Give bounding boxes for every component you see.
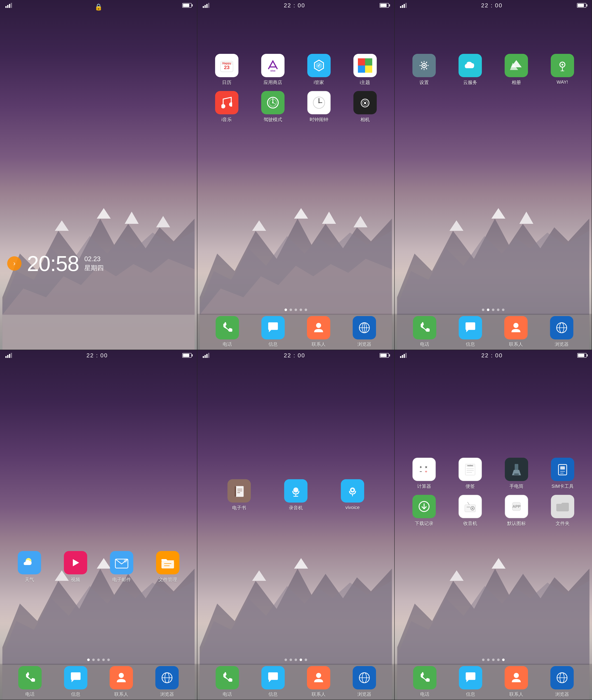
svg-point-130 <box>514 673 519 678</box>
page-dots <box>0 659 197 661</box>
app-map[interactable]: WAY! <box>540 54 585 86</box>
svg-point-125 <box>472 508 473 509</box>
app-music[interactable]: i音乐 <box>204 91 249 123</box>
svg-point-34 <box>272 102 274 103</box>
app-itheme[interactable]: i主题 <box>343 54 387 86</box>
status-time: 22 : 00 <box>284 2 305 9</box>
app-ebook[interactable]: 电子书 <box>212 479 266 511</box>
battery-icon <box>182 353 192 358</box>
app-camera[interactable]: 相机 <box>343 91 387 123</box>
svg-marker-69 <box>73 559 79 566</box>
svg-rect-123 <box>465 505 476 512</box>
svg-marker-5 <box>125 212 139 224</box>
app-radio[interactable]: 收音机 <box>448 495 493 527</box>
lock-time: 20:58 <box>27 253 79 274</box>
svg-marker-102 <box>492 558 505 568</box>
dock-contacts[interactable]: 联系人 <box>110 666 133 698</box>
unlock-arrow[interactable]: › <box>7 256 21 271</box>
svg-text:APP: APP <box>512 504 521 509</box>
dock-browser[interactable]: 浏览器 <box>155 666 179 698</box>
dock-contacts[interactable]: 联系人 <box>307 316 330 347</box>
app-gallery[interactable]: 相册 <box>494 54 538 86</box>
app-clock[interactable]: 时钟闹钟 <box>297 91 341 123</box>
status-bar: 22 : 00 <box>395 350 592 361</box>
svg-point-42 <box>316 323 321 328</box>
app-simtool[interactable]: SIM卡工具 <box>541 458 585 489</box>
svg-text:@: @ <box>124 559 128 562</box>
home-screen-5: 22 : 00 +×−÷ 计算器 notes 便签 手电筒 <box>395 350 592 700</box>
svg-marker-0 <box>2 219 194 349</box>
app-grid: +×−÷ 计算器 notes 便签 手电筒 SIM卡工具 <box>395 454 592 530</box>
app-imanager[interactable]: ✓ i管家 <box>297 54 341 86</box>
dock-contacts[interactable]: 联系人 <box>307 666 330 698</box>
svg-marker-4 <box>97 208 111 219</box>
app-weather[interactable]: 天气 <box>7 551 51 583</box>
dock-sms[interactable]: 信息 <box>64 666 87 698</box>
dock-browser[interactable]: 浏览器 <box>353 316 376 347</box>
svg-marker-14 <box>353 216 367 227</box>
battery-icon <box>380 3 389 8</box>
battery-icon <box>577 3 586 8</box>
dock-contacts[interactable]: 联系人 <box>505 666 528 698</box>
svg-marker-11 <box>252 220 266 231</box>
svg-rect-116 <box>514 473 519 475</box>
dock-sms[interactable]: 信息 <box>459 666 482 698</box>
app-vivoice[interactable]: vivoice <box>325 479 380 511</box>
app-flashlight[interactable]: 手电筒 <box>494 458 539 489</box>
app-download[interactable]: 下载记录 <box>402 495 446 527</box>
app-email[interactable]: @ 电子邮件 <box>99 551 144 583</box>
app-notes[interactable]: notes 便签 <box>448 458 493 489</box>
app-cloud[interactable]: 云服务 <box>448 54 492 86</box>
status-bar <box>0 0 197 11</box>
dock-sms[interactable]: 信息 <box>459 316 482 347</box>
app-folder[interactable]: 文件夹 <box>541 495 585 527</box>
app-defaulticon[interactable]: APP 默认图标 <box>494 495 539 527</box>
app-recorder[interactable]: 录音机 <box>268 479 323 511</box>
home-screen-3: 22 : 00 天气 视频 @ 电子邮件 文件 <box>0 350 197 700</box>
app-grid: Happy23 日历 vivo 应用商店 ✓ i管家 i主题 <box>197 50 394 126</box>
dock: 电话 信息 联系人 浏览器 <box>395 314 592 349</box>
dock-browser[interactable]: 浏览器 <box>353 666 376 698</box>
app-calendar[interactable]: Happy23 日历 <box>204 54 249 86</box>
app-video[interactable]: 视频 <box>53 551 98 583</box>
home-screen-2: 22 : 00 设置 云服务 相册 WAY! <box>395 0 592 350</box>
signal-icon <box>203 3 209 8</box>
dock-sms[interactable]: 信息 <box>261 316 285 347</box>
status-bar: 22 : 00 <box>197 350 394 361</box>
svg-rect-25 <box>365 58 372 65</box>
svg-marker-3 <box>55 220 69 231</box>
signal-icon <box>5 3 12 8</box>
svg-rect-7 <box>2 315 194 349</box>
dock-phone[interactable]: 电话 <box>18 666 42 698</box>
dock-phone[interactable]: 电话 <box>216 316 239 347</box>
dock-phone[interactable]: 电话 <box>413 316 436 347</box>
svg-line-127 <box>467 502 469 505</box>
home-screen-1: 22 : 00 Happy23 日历 vivo 应用商店 ✓ i管家 <box>197 0 395 350</box>
dock-phone[interactable]: 电话 <box>216 666 239 698</box>
page-dots <box>395 309 592 311</box>
status-time: 22 : 00 <box>87 352 108 359</box>
dock-browser[interactable]: 浏览器 <box>550 316 573 347</box>
app-settings[interactable]: 设置 <box>402 54 446 86</box>
app-grid: 电子书 录音机 vivoice <box>197 476 394 515</box>
app-drivemode[interactable]: 驾驶模式 <box>251 91 295 123</box>
status-left <box>5 3 12 8</box>
status-bar: 22 : 00 <box>197 0 394 11</box>
svg-text:vivo: vivo <box>270 69 275 72</box>
dock: 电话 信息 联系人 浏览器 <box>197 314 394 349</box>
lock-date: 02.23 星期四 <box>84 254 104 273</box>
app-filemanager[interactable]: 文件管理 <box>146 551 190 583</box>
svg-rect-72 <box>161 561 174 568</box>
dock-phone[interactable]: 电话 <box>413 666 437 698</box>
svg-marker-101 <box>450 570 464 580</box>
dock-contacts[interactable]: 联系人 <box>504 316 528 347</box>
dock-sms[interactable]: 信息 <box>261 666 285 698</box>
svg-marker-50 <box>491 208 505 219</box>
svg-marker-51 <box>520 212 533 224</box>
app-calculator[interactable]: +×−÷ 计算器 <box>402 458 446 489</box>
svg-rect-114 <box>515 464 518 470</box>
svg-marker-12 <box>294 208 308 219</box>
dock-browser[interactable]: 浏览器 <box>550 666 574 698</box>
app-appstore[interactable]: vivo 应用商店 <box>251 54 295 86</box>
status-time: 22 : 00 <box>481 2 502 9</box>
